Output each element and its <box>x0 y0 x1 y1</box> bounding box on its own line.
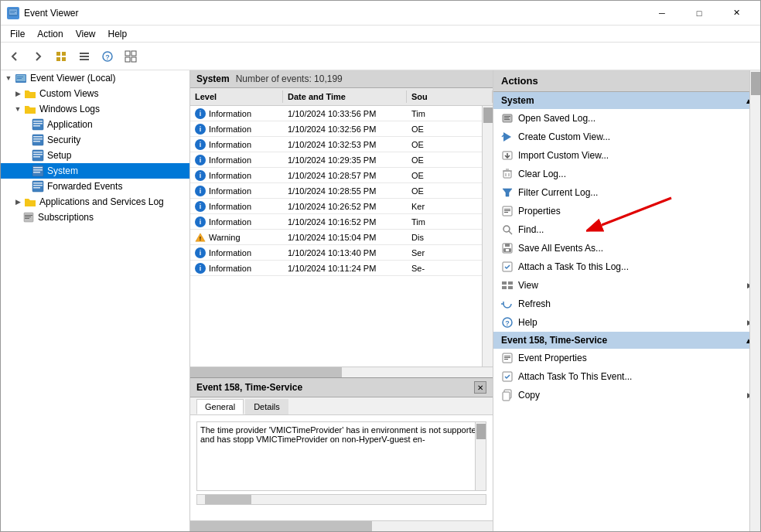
svg-rect-3 <box>10 12 15 13</box>
action-create-custom-view[interactable]: Create Custom View... <box>493 128 760 146</box>
event-count: Number of events: 10,199 <box>236 73 343 84</box>
cell-level: i Information <box>190 152 283 167</box>
event-table-title: System <box>196 73 230 84</box>
info-icon: i <box>195 263 206 274</box>
action-refresh[interactable]: Refresh <box>493 295 760 313</box>
app-icon <box>7 7 19 19</box>
cell-level: i Information <box>190 199 283 213</box>
sidebar-item-subscriptions[interactable]: Subscriptions <box>1 210 189 225</box>
table-row[interactable]: i Information 1/10/2024 10:13:40 PM Ser <box>190 245 493 261</box>
col-level: Level <box>190 90 283 103</box>
menu-help[interactable]: Help <box>102 27 134 41</box>
table-row[interactable]: i Information 1/10/2024 10:33:56 PM Tim <box>190 106 493 121</box>
info-icon: i <box>195 186 206 196</box>
expand-icon-custom[interactable]: ▶ <box>13 89 22 98</box>
tab-general[interactable]: General <box>196 399 244 414</box>
sidebar-item-app-services[interactable]: ▶ Applications and Services Log <box>1 194 189 210</box>
detail-scrollbar[interactable] <box>475 422 486 490</box>
cell-datetime: 1/10/2024 10:26:52 PM <box>283 199 407 213</box>
forward-button[interactable] <box>27 46 49 66</box>
action-properties[interactable]: Properties <box>493 202 760 220</box>
list-button[interactable] <box>73 46 95 66</box>
action-find[interactable]: Find... <box>493 220 760 239</box>
svg-rect-26 <box>33 136 43 138</box>
table-row[interactable]: i Information 1/10/2024 10:26:52 PM Ker <box>190 199 493 214</box>
menu-file[interactable]: File <box>4 27 31 41</box>
back-button[interactable] <box>4 46 26 66</box>
actions-scrollbar[interactable] <box>749 70 760 531</box>
cell-source: Tim <box>407 214 493 229</box>
properties-icon <box>501 205 514 217</box>
svg-rect-10 <box>80 59 89 60</box>
svg-rect-35 <box>33 169 43 171</box>
table-row[interactable]: i Information 1/10/2024 10:28:57 PM OE <box>190 168 493 183</box>
svg-rect-7 <box>62 57 66 61</box>
menu-action[interactable]: Action <box>31 27 69 41</box>
expand-icon-windows-logs[interactable]: ▼ <box>13 104 22 114</box>
toolbar: ? <box>1 43 760 70</box>
action-help[interactable]: ? Help ▶ <box>493 313 760 332</box>
log-icon-security <box>32 134 44 146</box>
svg-rect-36 <box>33 172 40 173</box>
cell-level: i Information <box>190 261 283 275</box>
action-clear-log[interactable]: Clear Log... <box>493 165 760 183</box>
tab-details[interactable]: Details <box>245 399 288 414</box>
up-button[interactable] <box>50 46 72 66</box>
expand-icon-app-services[interactable]: ▶ <box>13 197 22 206</box>
table-row[interactable]: i Information 1/10/2024 10:29:35 PM OE <box>190 152 493 168</box>
event-properties-label: Event Properties <box>518 353 752 363</box>
detail-close-button[interactable]: ✕ <box>474 381 486 394</box>
close-button[interactable]: ✕ <box>718 1 754 26</box>
svg-rect-30 <box>33 152 43 153</box>
action-copy[interactable]: Copy ▶ <box>493 386 760 404</box>
help-button[interactable]: ? <box>97 46 118 66</box>
table-row[interactable]: i Information 1/10/2024 10:32:53 PM OE <box>190 137 493 152</box>
svg-rect-50 <box>504 119 510 120</box>
sidebar-item-windows-logs[interactable]: ▼ Windows Logs <box>1 101 189 117</box>
action-open-saved-log[interactable]: Open Saved Log... <box>493 109 760 128</box>
create-custom-view-label: Create Custom View... <box>518 131 752 142</box>
copy-icon <box>501 389 514 401</box>
sidebar-item-forwarded[interactable]: Forwarded Events <box>1 179 189 194</box>
sidebar-item-custom-views[interactable]: ▶ Custom Views <box>1 86 189 101</box>
attach-task-icon <box>501 261 514 273</box>
log-icon-setup <box>32 149 44 162</box>
refresh-icon <box>501 298 514 310</box>
action-save-all-events[interactable]: Save All Events As... <box>493 239 760 257</box>
table-row[interactable]: ! Warning 1/10/2024 10:15:04 PM Dis <box>190 230 493 245</box>
action-filter-current-log[interactable]: Filter Current Log... <box>493 183 760 202</box>
refresh-label: Refresh <box>518 298 752 309</box>
action-attach-task-event[interactable]: Attach Task To This Event... <box>493 367 760 386</box>
copy-label: Copy <box>518 390 742 401</box>
table-row[interactable]: i Information 1/10/2024 10:28:55 PM OE <box>190 183 493 199</box>
svg-rect-19 <box>17 77 23 77</box>
action-view[interactable]: View ▶ <box>493 276 760 295</box>
expand-icon-root[interactable]: ▼ <box>4 73 13 83</box>
sidebar-item-setup[interactable]: Setup <box>1 148 189 163</box>
table-row[interactable]: i Information 1/10/2024 10:16:52 PM Tim <box>190 214 493 230</box>
action-import-custom-view[interactable]: Import Custom View... <box>493 146 760 165</box>
info-icon: i <box>195 170 206 181</box>
menu-view[interactable]: View <box>70 27 102 41</box>
sidebar-item-system[interactable]: System <box>1 163 189 179</box>
clear-log-icon <box>501 168 514 180</box>
table-row[interactable]: i Information 1/10/2024 10:32:56 PM OE <box>190 121 493 137</box>
sidebar-item-label-security: Security <box>47 135 80 145</box>
sidebar-scrollbar[interactable] <box>190 520 493 531</box>
minimize-button[interactable]: ─ <box>644 1 680 26</box>
table-bottom-scrollbar[interactable] <box>190 367 493 377</box>
root-icon <box>15 72 27 84</box>
action-event-properties[interactable]: Event Properties <box>493 349 760 367</box>
info-icon: i <box>195 124 206 135</box>
svg-text:?: ? <box>505 319 510 327</box>
detail-bottom-scrollbar[interactable] <box>196 494 486 505</box>
action-attach-task[interactable]: Attach a Task To this Log... <box>493 257 760 276</box>
cell-level: i Information <box>190 106 283 121</box>
table-row[interactable]: i Information 1/10/2024 10:11:24 PM Se- <box>190 261 493 276</box>
grid-button[interactable] <box>120 46 142 66</box>
sidebar-item-root[interactable]: ▼ Event Viewer (Local) <box>1 70 189 86</box>
sidebar-item-security[interactable]: Security <box>1 132 189 148</box>
table-scrollbar[interactable] <box>482 106 493 367</box>
maximize-button[interactable]: □ <box>681 1 717 26</box>
sidebar-item-application[interactable]: Application <box>1 117 189 132</box>
